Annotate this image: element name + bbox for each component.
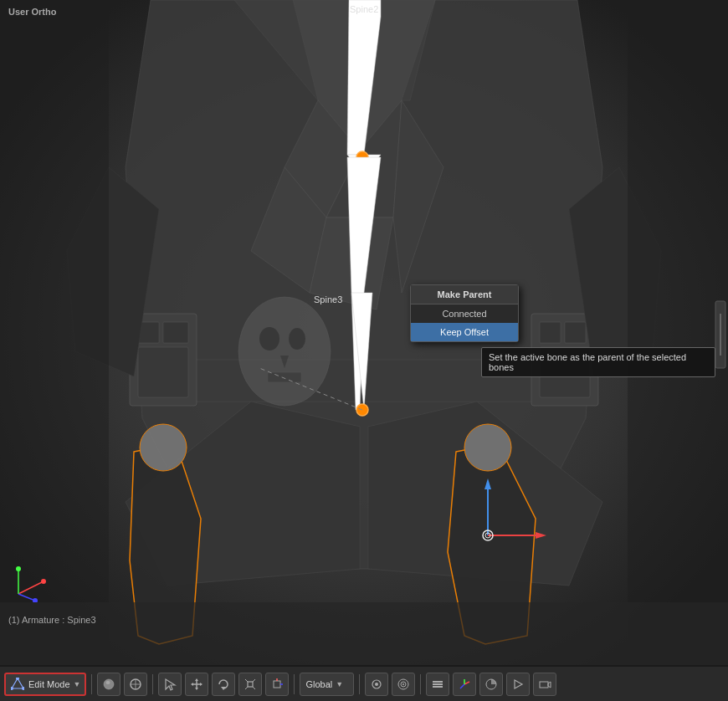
proportional-edit-btn[interactable] [392, 673, 415, 696]
viewport-overlay-btn[interactable] [479, 673, 503, 696]
solid-mode-btn[interactable] [97, 673, 120, 696]
context-menu-title: Make Parent [411, 285, 518, 304]
context-menu: Make Parent Connected Keep Offset [410, 284, 519, 342]
svg-point-61 [11, 687, 13, 690]
mode-icon [10, 677, 25, 692]
context-menu-item-keep-offset[interactable]: Keep Offset [411, 323, 518, 341]
svg-rect-96 [540, 682, 548, 688]
svg-point-25 [289, 328, 305, 350]
overlay-btn[interactable] [426, 673, 449, 696]
svg-line-91 [464, 682, 469, 684]
mode-dropdown-arrow: ▼ [74, 680, 81, 688]
transform-space-dropdown[interactable]: Global ▼ [300, 673, 354, 696]
svg-marker-71 [195, 688, 198, 690]
svg-line-79 [253, 687, 255, 689]
move-tool-btn[interactable] [185, 673, 208, 696]
svg-point-87 [402, 683, 404, 685]
rotate-tool-btn[interactable] [212, 673, 235, 696]
svg-rect-13 [163, 322, 188, 343]
svg-marker-72 [191, 683, 193, 686]
svg-point-55 [41, 579, 46, 584]
3d-viewport[interactable]: User Ortho Spine2 Spine3 Make Parent Con… [0, 0, 728, 665]
svg-rect-14 [138, 347, 188, 397]
svg-point-56 [16, 566, 21, 571]
scene-svg [0, 0, 728, 665]
svg-line-76 [245, 679, 248, 682]
svg-point-63 [106, 681, 110, 684]
gizmo-btn[interactable] [453, 673, 476, 696]
mode-text: Edit Mode [28, 679, 70, 689]
svg-point-57 [33, 598, 38, 602]
transform-tool-btn[interactable] [265, 673, 289, 696]
separator-4 [359, 674, 360, 694]
svg-line-77 [253, 679, 255, 682]
svg-rect-75 [248, 682, 253, 687]
cursor-tool-btn[interactable] [158, 673, 182, 696]
context-menu-item-connected[interactable]: Connected [411, 304, 518, 323]
svg-rect-89 [433, 683, 443, 685]
scene-info-text: (1) Armature : Spine3 [8, 615, 96, 625]
separator-1 [91, 674, 92, 694]
svg-marker-70 [195, 678, 198, 681]
spine3-label: Spine3 [314, 294, 342, 304]
svg-rect-90 [433, 686, 443, 688]
svg-rect-48 [628, 0, 728, 665]
svg-rect-27 [268, 372, 301, 382]
svg-point-60 [22, 687, 24, 690]
transform-space-arrow: ▼ [336, 680, 343, 688]
svg-marker-67 [166, 679, 175, 690]
svg-point-37 [140, 424, 187, 471]
wireframe-mode-btn[interactable] [124, 673, 147, 696]
svg-point-24 [259, 327, 279, 350]
separator-5 [420, 674, 421, 694]
orientation-gizmo [10, 560, 52, 602]
snap-btn[interactable] [365, 673, 388, 696]
viewport-label: User Ortho [8, 7, 56, 17]
mode-selector[interactable]: Edit Mode ▼ [4, 673, 86, 696]
svg-rect-17 [565, 322, 586, 343]
camera-btn[interactable] [533, 673, 556, 696]
render-preview-btn[interactable] [506, 673, 530, 696]
separator-3 [294, 674, 295, 694]
transform-space-label: Global [305, 679, 332, 689]
tooltip: Set the active bone as the parent of the… [481, 347, 715, 377]
svg-rect-88 [433, 681, 443, 683]
svg-marker-95 [515, 680, 522, 688]
svg-marker-73 [200, 683, 203, 686]
scale-tool-btn[interactable] [238, 673, 262, 696]
svg-rect-51 [0, 602, 728, 665]
status-bar: Edit Mode ▼ [0, 665, 728, 701]
svg-point-23 [238, 297, 331, 406]
svg-rect-80 [274, 681, 280, 688]
svg-rect-16 [540, 322, 561, 343]
svg-point-84 [375, 683, 378, 686]
svg-line-54 [18, 594, 35, 601]
svg-point-62 [104, 679, 114, 689]
svg-line-52 [18, 581, 44, 594]
svg-line-93 [460, 684, 464, 688]
svg-line-78 [245, 687, 248, 689]
svg-point-40 [464, 424, 511, 471]
separator-2 [152, 674, 153, 694]
spine2-label: Spine2 [350, 4, 378, 14]
